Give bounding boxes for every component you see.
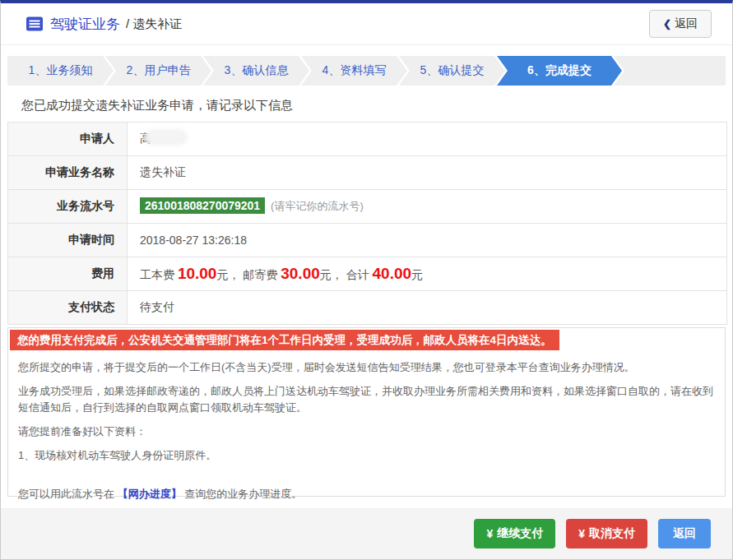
table-row-applicant: 申请人 高 [8, 123, 727, 156]
serial-number-badge: 261001808270079201 [140, 197, 265, 214]
row-label: 费用 [8, 257, 128, 291]
notice-paragraph: 1、现场核对机动车驾驶人身份证明原件。 [18, 447, 715, 464]
business-name-value: 遗失补证 [128, 156, 727, 190]
step-1-business-notice[interactable]: 1、业务须知 [7, 56, 114, 86]
application-info-table: 申请人 高 申请业务名称 遗失补证 业务流水号 2610018082700792… [7, 122, 727, 325]
apply-time-value: 2018-08-27 13:26:18 [128, 224, 727, 257]
notice-panel: 您的费用支付完成后，公安机关交通管理部门将在1个工作日内受理，受理成功后，邮政人… [7, 327, 726, 497]
fee-text: 工本费 [140, 268, 178, 281]
fee-amount-postage: 30.00 [281, 265, 320, 282]
row-label: 业务流水号 [8, 190, 128, 224]
page-title: 驾驶证业务 [50, 15, 120, 34]
return-label: 返回 [673, 526, 696, 541]
step-2-user-declaration[interactable]: 2、用户申告 [105, 56, 211, 86]
continue-payment-button[interactable]: ¥ 继续支付 [474, 519, 555, 548]
fee-text: 元 [411, 268, 423, 281]
list-icon [26, 16, 44, 32]
page: 驾驶证业务 / 遗失补证 ❮ 返回 1、业务须知 2、用户申告 3、确认信息 4… [0, 0, 733, 560]
progress-query-line: 您可以用此流水号在 【网办进度】 查询您的业务办理进度。 [18, 486, 715, 502]
row-label: 申请时间 [8, 224, 128, 257]
back-button-label: 返回 [675, 16, 698, 31]
step-6-complete-submit[interactable]: 6、完成提交 [497, 56, 622, 86]
notice-text: 您所提交的申请，将于提交后的一个工作日(不含当天)受理，届时会发送短信告知受理结… [8, 359, 725, 502]
row-label: 申请人 [8, 123, 128, 156]
table-row-serial-number: 业务流水号 261001808270079201 (请牢记你的流水号) [8, 190, 727, 224]
progress-suffix: 查询您的业务办理进度。 [182, 488, 303, 500]
header: 驾驶证业务 / 遗失补证 ❮ 返回 [1, 3, 732, 45]
cancel-payment-button[interactable]: ¥ 取消支付 [566, 519, 647, 548]
success-message: 您已成功提交遗失补证业务申请，请记录以下信息 [21, 98, 732, 113]
footer-action-bar: ¥ 继续支付 ¥ 取消支付 返回 [1, 508, 732, 559]
applicant-value: 高 [128, 123, 727, 156]
redaction-blur [145, 129, 188, 146]
fee-amount-total: 40.00 [373, 265, 412, 282]
table-row-fee: 费用 工本费 10.00元， 邮寄费 30.00元， 合计 40.00元 [8, 257, 727, 291]
fee-text: 邮寄费 [243, 268, 281, 281]
progress-link[interactable]: 【网办进度】 [118, 488, 182, 500]
notice-paragraph: 您所提交的申请，将于提交后的一个工作日(不含当天)受理，届时会发送短信告知受理结… [18, 359, 715, 376]
notice-banner: 您的费用支付完成后，公安机关交通管理部门将在1个工作日内受理，受理成功后，邮政人… [10, 330, 559, 350]
step-3-confirm-info[interactable]: 3、确认信息 [203, 56, 309, 86]
breadcrumb: / 遗失补证 [126, 16, 182, 32]
return-button[interactable]: 返回 [658, 519, 711, 548]
notice-paragraph: 请您提前准备好以下资料： [18, 423, 715, 440]
serial-number-value: 261001808270079201 (请牢记你的流水号) [128, 190, 727, 224]
table-row-payment-status: 支付状态 待支付 [8, 291, 727, 325]
step-bar: 1、业务须知 2、用户申告 3、确认信息 4、资料填写 5、确认提交 6、完成提… [7, 56, 726, 86]
fee-value: 工本费 10.00元， 邮寄费 30.00元， 合计 40.00元 [128, 257, 727, 291]
yen-icon: ¥ [578, 527, 585, 540]
notice-paragraph: 业务成功受理后，如果选择邮政寄递的，邮政人员将上门送达机动车驾驶证，并收取办理业… [18, 383, 715, 416]
serial-number-note: (请牢记你的流水号) [271, 200, 364, 212]
row-label: 支付状态 [8, 291, 128, 325]
step-5-confirm-submit[interactable]: 5、确认提交 [399, 56, 505, 86]
fee-text: 元， 合计 [320, 268, 373, 281]
fee-text: 元， [216, 268, 243, 281]
chevron-left-icon: ❮ [663, 18, 671, 30]
table-row-apply-time: 申请时间 2018-08-27 13:26:18 [8, 224, 727, 257]
continue-payment-label: 继续支付 [497, 526, 543, 541]
step-4-fill-data[interactable]: 4、资料填写 [301, 56, 407, 86]
payment-status-value: 待支付 [128, 291, 727, 325]
yen-icon: ¥ [486, 527, 493, 540]
step-bar-filler [614, 56, 726, 86]
fee-amount-cost: 10.00 [178, 265, 217, 282]
back-button[interactable]: ❮ 返回 [649, 10, 712, 38]
cancel-payment-label: 取消支付 [589, 526, 635, 541]
progress-prefix: 您可以用此流水号在 [18, 488, 118, 500]
row-label: 申请业务名称 [8, 156, 128, 190]
table-row-business-name: 申请业务名称 遗失补证 [8, 156, 727, 190]
